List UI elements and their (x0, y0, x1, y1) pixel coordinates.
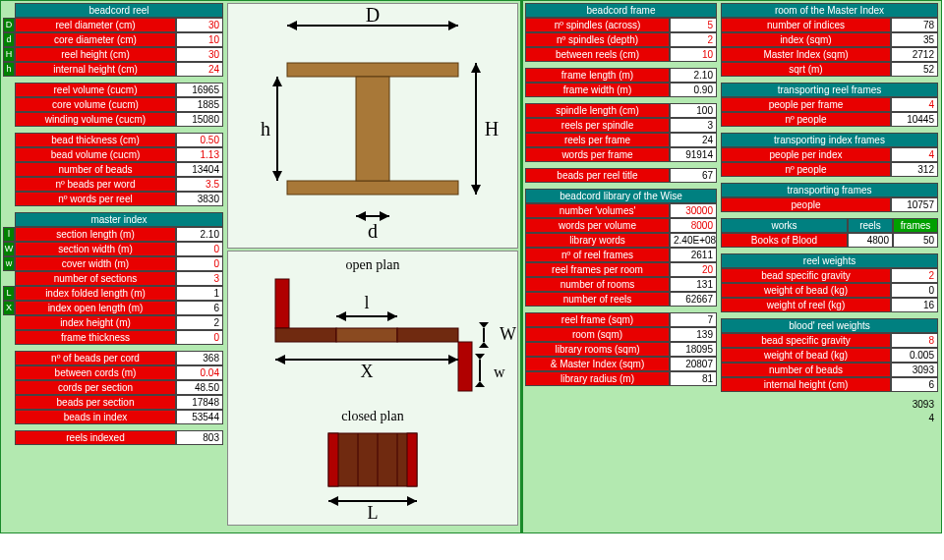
row-value[interactable]: 10 (670, 47, 717, 62)
row-label: people per index (721, 147, 891, 162)
row-value[interactable]: 20 (670, 262, 717, 277)
row-value[interactable]: 3830 (176, 192, 223, 206)
row-value[interactable]: 3.5 (176, 177, 223, 192)
row-value[interactable]: 2712 (891, 47, 938, 62)
row-value[interactable]: 6 (176, 301, 223, 315)
data-row: reel frame (sqm)7 (525, 312, 717, 327)
row-value[interactable]: 0 (176, 330, 223, 345)
row-value[interactable]: 16 (891, 298, 938, 312)
svg-marker-30 (475, 354, 485, 360)
row-label: nº people (721, 112, 891, 127)
row-value[interactable]: 10 (176, 32, 223, 47)
row-value[interactable]: 16965 (176, 83, 223, 97)
row-value[interactable]: 0.005 (891, 348, 938, 363)
row-value[interactable]: 35 (891, 32, 938, 47)
row-value[interactable]: 2.10 (670, 68, 717, 83)
row-value[interactable]: 10445 (891, 112, 938, 127)
row-value[interactable]: 24 (176, 62, 223, 77)
row-label: number of rooms (525, 277, 670, 292)
data-row: hinternal height (cm)24 (3, 62, 223, 77)
row-value[interactable]: 18095 (670, 342, 717, 357)
row-value[interactable]: 4 (891, 147, 938, 162)
row-value[interactable]: 2 (891, 268, 938, 283)
row-value[interactable]: 2 (176, 315, 223, 330)
data-row: between cords (m)0.04 (3, 365, 223, 380)
data-row: nº spindles (depth)2 (525, 32, 717, 47)
row-value[interactable]: 2.10 (176, 227, 223, 242)
row-label: number of beads (721, 363, 891, 377)
data-row: wcover width (m)0 (3, 256, 223, 271)
row-value[interactable]: 7 (670, 312, 717, 327)
row-value[interactable]: 1885 (176, 97, 223, 112)
row-value[interactable]: 30 (176, 47, 223, 62)
row-value[interactable]: 0 (176, 242, 223, 256)
row-value[interactable]: 131 (670, 277, 717, 292)
svg-marker-25 (448, 355, 458, 364)
row-value[interactable]: 17848 (176, 395, 223, 410)
lbl-d: d (368, 220, 378, 242)
row-value[interactable]: 81 (670, 371, 717, 386)
row-value[interactable]: 3 (670, 118, 717, 133)
works-reels-val[interactable]: 4800 (848, 233, 893, 248)
column-c: beadcord frame nº spindles (across)5nº s… (520, 1, 719, 532)
data-row: frame length (m)2.10 (525, 68, 717, 83)
row-tag-empty (3, 133, 15, 147)
data-row: bead specific gravity8 (721, 333, 938, 348)
row-value[interactable]: 15080 (176, 112, 223, 127)
row-value[interactable]: 13404 (176, 162, 223, 177)
row-label: reels per frame (525, 133, 670, 147)
row-value[interactable]: 24 (670, 133, 717, 147)
row-value[interactable]: 2.40E+08 (670, 233, 717, 248)
row-value[interactable]: 2 (670, 32, 717, 47)
row-value[interactable]: 0.90 (670, 83, 717, 97)
row-value[interactable]: 10757 (891, 197, 938, 212)
row-value[interactable]: 8 (891, 333, 938, 348)
row-tag: D (3, 18, 15, 32)
data-row: Hreel height (cm)30 (3, 47, 223, 62)
data-row: reels per frame24 (525, 133, 717, 147)
data-row: lsection length (m)2.10 (3, 227, 223, 242)
works-frames-val[interactable]: 50 (893, 233, 938, 248)
row-label: room (sqm) (525, 327, 670, 342)
row-value[interactable]: 67 (670, 168, 717, 183)
row-value[interactable]: 100 (670, 103, 717, 118)
works-col-works: works (721, 218, 848, 233)
row-value[interactable]: 3093 (891, 363, 938, 377)
row-value[interactable]: 20807 (670, 357, 717, 371)
row-label: sqrt (m) (721, 62, 891, 77)
row-value[interactable]: 4 (891, 97, 938, 112)
row-value[interactable]: 78 (891, 18, 938, 32)
row-value[interactable]: 62667 (670, 292, 717, 307)
row-label: core volume (cucm) (15, 97, 176, 112)
data-row: internal height (cm)6 (721, 377, 938, 392)
sect-trans-index: transporting index frames people per ind… (721, 133, 938, 177)
row-value[interactable]: 1.13 (176, 147, 223, 162)
row-value[interactable]: 30 (176, 18, 223, 32)
data-row: number of sections3 (3, 271, 223, 286)
row-value[interactable]: 139 (670, 327, 717, 342)
sect-works: works reels frames Books of Blood480050 (721, 218, 938, 248)
lbl-X: X (361, 362, 374, 381)
row-value[interactable]: 2611 (670, 248, 717, 262)
row-value[interactable]: 3 (176, 271, 223, 286)
row-value[interactable]: 53544 (176, 410, 223, 424)
row-value[interactable]: 803 (176, 430, 223, 445)
row-value[interactable]: 0.04 (176, 365, 223, 380)
works-name: Books of Blood (721, 233, 848, 248)
row-value[interactable]: 0.50 (176, 133, 223, 147)
row-value[interactable]: 312 (891, 162, 938, 177)
row-value[interactable]: 0 (176, 256, 223, 271)
row-value[interactable]: 368 (176, 351, 223, 365)
row-value[interactable]: 0 (891, 283, 938, 298)
row-value[interactable]: 52 (891, 62, 938, 77)
row-label: nº of reel frames (525, 248, 670, 262)
row-value[interactable]: 1 (176, 286, 223, 301)
row-value[interactable]: 8000 (670, 218, 717, 233)
row-value[interactable]: 30000 (670, 203, 717, 218)
row-value[interactable]: 6 (891, 377, 938, 392)
row-value[interactable]: 91914 (670, 147, 717, 162)
row-value[interactable]: 48.50 (176, 380, 223, 395)
svg-marker-1 (287, 21, 297, 30)
hdr-trans-index: transporting index frames (721, 133, 938, 147)
row-value[interactable]: 5 (670, 18, 717, 32)
